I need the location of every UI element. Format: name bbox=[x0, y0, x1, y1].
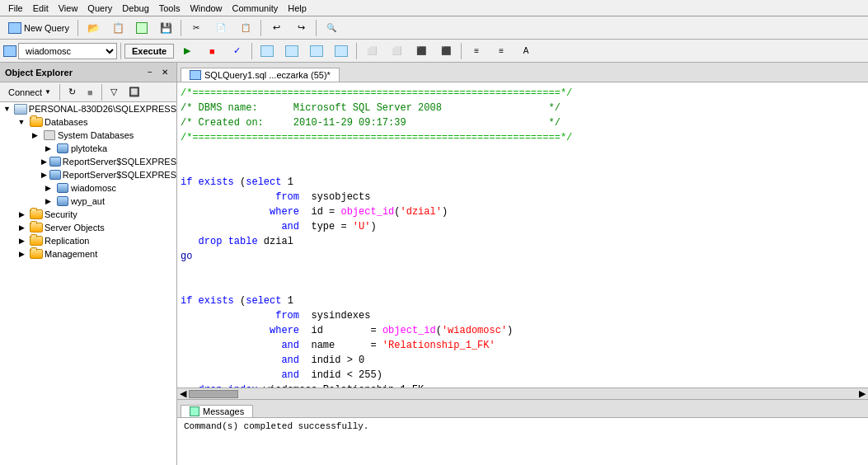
code-line-10: and type = 'U') bbox=[181, 219, 865, 234]
tree-item-db-rs1[interactable]: ▶ ReportServer$SQLEXPRES bbox=[0, 155, 176, 168]
new-query-button[interactable]: New Query bbox=[3, 20, 74, 36]
execute-label: Execute bbox=[132, 46, 167, 56]
query-tab-1[interactable]: SQLQuery1.sql ...eczarka (55)* bbox=[181, 68, 340, 82]
oe-header: Object Explorer − ✕ bbox=[0, 63, 176, 82]
menu-window[interactable]: Window bbox=[185, 2, 227, 15]
oe-connect-button[interactable]: Connect ▼ bbox=[3, 85, 56, 100]
undo-icon: ↩ bbox=[270, 21, 283, 35]
toolbar-btn6[interactable]: 📄 bbox=[209, 19, 232, 37]
check-button[interactable]: ✓ bbox=[225, 42, 248, 60]
db-plytoteka-expand-icon[interactable]: ▶ bbox=[41, 144, 54, 153]
tree-item-server[interactable]: ▼ PERSONAL-830D26\SQLEXPRESS bbox=[0, 102, 176, 115]
open2-button[interactable]: 📋 bbox=[106, 19, 129, 37]
menu-help[interactable]: Help bbox=[283, 2, 312, 15]
server-expand-icon[interactable]: ▼ bbox=[2, 105, 12, 113]
oe-stop-button[interactable]: ■ bbox=[82, 85, 98, 100]
redo-button[interactable]: ↪ bbox=[289, 19, 312, 37]
toolbar2-btn6[interactable]: ⬜ bbox=[385, 42, 408, 60]
replication-expand-icon[interactable]: ▶ bbox=[15, 237, 28, 245]
hscroll-right-arrow[interactable]: ▶ bbox=[856, 388, 868, 399]
saveall-button[interactable]: 💾 bbox=[154, 19, 177, 37]
tree-item-replication[interactable]: ▶ Replication bbox=[0, 234, 176, 247]
stop-button[interactable]: ■ bbox=[200, 42, 223, 60]
code-line-1: /*======================================… bbox=[181, 86, 865, 101]
save-button[interactable] bbox=[131, 20, 152, 36]
toolbar2-btn9[interactable]: ≡ bbox=[465, 42, 488, 60]
oe-tree[interactable]: ▼ PERSONAL-830D26\SQLEXPRESS ▼ Databases… bbox=[0, 102, 176, 465]
toolbar-extra1[interactable]: 🔍 bbox=[320, 19, 343, 37]
oe-obj-button[interactable]: 🔲 bbox=[124, 84, 145, 100]
toolbar2-btn11[interactable]: A bbox=[514, 42, 537, 60]
server-objects-label: Server Objects bbox=[45, 223, 105, 233]
management-expand-icon[interactable]: ▶ bbox=[15, 250, 28, 258]
horizontal-scrollbar[interactable]: ◀ ▶ bbox=[177, 388, 868, 399]
menu-file[interactable]: File bbox=[3, 2, 28, 15]
menu-debug[interactable]: Debug bbox=[117, 2, 153, 15]
hscroll-left-arrow[interactable]: ◀ bbox=[177, 388, 189, 399]
toolbar-separator2 bbox=[181, 20, 181, 36]
toolbar2-btn7[interactable]: ⬛ bbox=[410, 42, 433, 60]
database-dropdown[interactable]: wiadomosc bbox=[18, 43, 117, 59]
toolbar2: wiadomosc Execute ▶ ■ ✓ ⬜ ⬜ ⬛ ⬛ ≡ ≡ A bbox=[0, 40, 868, 63]
oe-filter-button[interactable]: ▽ bbox=[106, 84, 122, 100]
db-rs1-expand-icon[interactable]: ▶ bbox=[41, 157, 48, 166]
oe-connect-label: Connect bbox=[8, 87, 42, 97]
tree-item-management[interactable]: ▶ Management bbox=[0, 247, 176, 261]
db-wyp-aut-icon bbox=[56, 195, 69, 207]
oe-filter-icon: ▽ bbox=[110, 87, 117, 97]
oe-close-button[interactable]: ✕ bbox=[158, 66, 171, 79]
security-expand-icon[interactable]: ▶ bbox=[15, 210, 28, 218]
oe-obj-icon: 🔲 bbox=[129, 87, 140, 97]
toolbar1: New Query 📂 📋 💾 ✂ 📄 📋 ↩ ↪ 🔍 bbox=[0, 16, 868, 40]
tree-item-server-objects[interactable]: ▶ Server Objects bbox=[0, 221, 176, 234]
toolbar2-btn3[interactable] bbox=[305, 43, 328, 59]
toolbar2-btn8[interactable]: ⬛ bbox=[434, 42, 457, 60]
tree-item-databases[interactable]: ▼ Databases bbox=[0, 115, 176, 129]
execute-button[interactable]: Execute bbox=[124, 44, 174, 59]
debug-button[interactable]: ▶ bbox=[176, 42, 199, 60]
tree-item-db-wiadomosc[interactable]: ▶ wiadomosc bbox=[0, 181, 176, 195]
toolbar2-icon8: ⬛ bbox=[439, 45, 453, 58]
toolbar2-icon2 bbox=[285, 45, 298, 57]
db-rs1-icon bbox=[49, 156, 61, 167]
oe-refresh-button[interactable]: ↻ bbox=[63, 84, 81, 100]
toolbar2-btn2[interactable] bbox=[280, 43, 303, 59]
toolbar-btn5[interactable]: ✂ bbox=[185, 19, 208, 37]
menu-query[interactable]: Query bbox=[82, 2, 117, 15]
toolbar2-btn1[interactable] bbox=[256, 43, 279, 59]
toolbar2-icon11: A bbox=[519, 45, 533, 58]
oe-connect-dropdown-icon: ▼ bbox=[45, 88, 51, 96]
check-icon: ✓ bbox=[230, 45, 243, 58]
tree-item-db-rs2[interactable]: ▶ ReportServer$SQLEXPRES bbox=[0, 168, 176, 181]
toolbar2-btn10[interactable]: ≡ bbox=[490, 42, 513, 60]
toolbar2-btn5[interactable]: ⬜ bbox=[360, 42, 383, 60]
hscrollbar-track[interactable] bbox=[189, 390, 856, 398]
oe-stop-icon: ■ bbox=[87, 87, 93, 97]
tree-item-db-wyp-aut[interactable]: ▶ wyp_aut bbox=[0, 195, 176, 208]
server-objects-icon bbox=[30, 222, 43, 233]
toolbar-btn7[interactable]: 📋 bbox=[234, 19, 257, 37]
menu-view[interactable]: View bbox=[54, 2, 83, 15]
databases-expand-icon[interactable]: ▼ bbox=[15, 118, 28, 126]
db-wiadomosc-expand-icon[interactable]: ▶ bbox=[41, 184, 54, 192]
systemdb-expand-icon[interactable]: ▶ bbox=[28, 131, 41, 139]
oe-pin-button[interactable]: − bbox=[143, 66, 157, 79]
db-rs2-expand-icon[interactable]: ▶ bbox=[41, 171, 48, 179]
db-plytoteka-icon bbox=[56, 143, 69, 154]
menu-community[interactable]: Community bbox=[228, 2, 284, 15]
query-editor[interactable]: /*======================================… bbox=[177, 82, 868, 388]
tree-item-security[interactable]: ▶ Security bbox=[0, 208, 176, 221]
tree-item-db-plytoteka[interactable]: ▶ plytoteka bbox=[0, 142, 176, 155]
undo-button[interactable]: ↩ bbox=[265, 19, 288, 37]
messages-tab[interactable]: Messages bbox=[181, 405, 253, 417]
db-wyp-aut-expand-icon[interactable]: ▶ bbox=[41, 197, 54, 205]
tree-item-systemdb[interactable]: ▶ System Databases bbox=[0, 129, 176, 142]
toolbar-icon6: 📄 bbox=[214, 21, 228, 35]
menu-edit[interactable]: Edit bbox=[28, 2, 54, 15]
code-line-16: from sysindexes bbox=[181, 308, 865, 323]
server-objects-expand-icon[interactable]: ▶ bbox=[15, 223, 28, 232]
open-button[interactable]: 📂 bbox=[82, 19, 105, 37]
menu-tools[interactable]: Tools bbox=[154, 2, 185, 15]
toolbar2-btn4[interactable] bbox=[330, 43, 353, 59]
hscrollbar-thumb[interactable] bbox=[189, 390, 238, 398]
